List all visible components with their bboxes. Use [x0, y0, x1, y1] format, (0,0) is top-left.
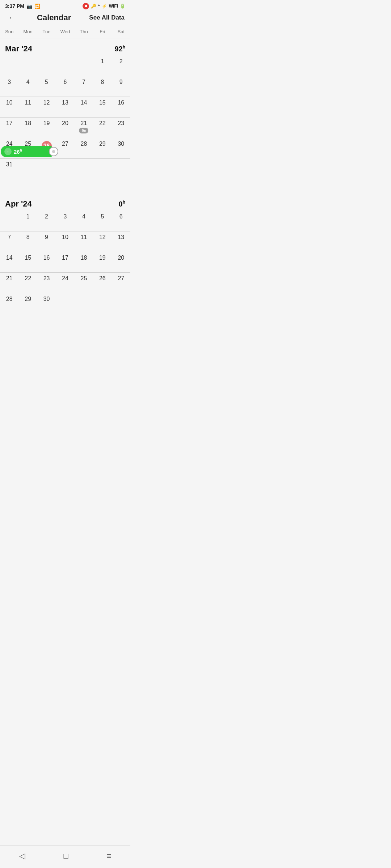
- mar-week-5: 24 25 26 27 28 29 30: [0, 138, 130, 159]
- cal-cell-apr-8[interactable]: 8: [18, 231, 37, 252]
- cal-cell-apr-6[interactable]: 6: [112, 211, 130, 231]
- apr-week-3: 14 15 16 17 18 19 20: [0, 252, 130, 273]
- cal-cell-apr-30[interactable]: 30: [37, 293, 56, 314]
- month-header-apr24: Apr '24 0h: [0, 193, 130, 211]
- cal-cell-mar-17[interactable]: 17: [0, 118, 18, 138]
- cal-cell-empty: [75, 293, 93, 314]
- cal-cell-mar-25[interactable]: 25: [18, 138, 37, 158]
- cal-cell-empty: [93, 159, 112, 179]
- cal-cell-apr-15[interactable]: 15: [18, 252, 37, 272]
- cal-cell-mar-16[interactable]: 16: [112, 97, 130, 117]
- cal-cell-empty[interactable]: [75, 56, 93, 76]
- bolt-icon: ⚡: [102, 4, 107, 9]
- month-header-mar24: Mar '24 92h: [0, 38, 130, 56]
- cal-cell-mar-10[interactable]: 10: [0, 97, 18, 117]
- cal-cell-apr-21[interactable]: 21: [0, 273, 18, 293]
- cal-cell-empty[interactable]: [18, 56, 37, 76]
- cal-cell-apr-4[interactable]: 4: [75, 211, 93, 231]
- cal-cell-apr-29[interactable]: 29: [18, 293, 37, 314]
- cal-cell-mar-19[interactable]: 19: [37, 118, 56, 138]
- cal-cell-apr-25[interactable]: 25: [75, 273, 93, 293]
- cal-cell-mar-20[interactable]: 20: [56, 118, 74, 138]
- cal-cell-mar-14[interactable]: 14: [75, 97, 93, 117]
- cal-cell-mar-4[interactable]: 4: [18, 76, 37, 97]
- cal-cell-mar-24[interactable]: 24: [0, 138, 18, 158]
- cal-cell-apr-19[interactable]: 19: [93, 252, 112, 272]
- cal-cell-apr-13[interactable]: 13: [112, 231, 130, 252]
- cal-cell-empty[interactable]: [0, 56, 18, 76]
- day-header-sat: Sat: [112, 27, 130, 37]
- cal-cell-mar-23[interactable]: 23: [112, 118, 130, 138]
- day-header-fri: Fri: [93, 27, 112, 37]
- cal-cell-empty[interactable]: [56, 56, 74, 76]
- cal-cell-mar-15[interactable]: 15: [93, 97, 112, 117]
- cal-cell-apr-1[interactable]: 1: [18, 211, 37, 231]
- cal-cell-mar-28[interactable]: 28: [75, 138, 93, 158]
- day-header-tue: Tue: [37, 27, 56, 37]
- cal-cell-apr-12[interactable]: 12: [93, 231, 112, 252]
- cal-cell-apr-20[interactable]: 20: [112, 252, 130, 272]
- cal-cell-apr-11[interactable]: 11: [75, 231, 93, 252]
- back-button[interactable]: ←: [6, 13, 19, 22]
- cal-cell-apr-3[interactable]: 3: [56, 211, 74, 231]
- cal-cell-mar-3[interactable]: 3: [0, 76, 18, 97]
- cal-cell-apr-16[interactable]: 16: [37, 252, 56, 272]
- cal-cell-apr-28[interactable]: 28: [0, 293, 18, 314]
- apr-week-5: 28 29 30: [0, 293, 130, 314]
- apr-week-2: 7 8 9 10 11 12 13: [0, 231, 130, 252]
- cal-cell-apr-10[interactable]: 10: [56, 231, 74, 252]
- mar-week-1: 1 2: [0, 56, 130, 76]
- cal-cell-mar-27[interactable]: 27: [56, 138, 74, 158]
- cal-cell-mar-11[interactable]: 11: [18, 97, 37, 117]
- bluetooth-icon: *: [98, 4, 100, 9]
- record-icon: ⏺: [83, 3, 89, 9]
- calendar-scroll[interactable]: Mar '24 92h 1 2 3 4 5 6 7 8 9: [0, 38, 130, 345]
- mirror-icon: 🔁: [34, 4, 40, 9]
- cal-cell-mar-13[interactable]: 13: [56, 97, 74, 117]
- apr-week-4: 21 22 23 24 25 26 27: [0, 273, 130, 293]
- cal-cell-apr-5[interactable]: 5: [93, 211, 112, 231]
- cal-cell-empty[interactable]: [37, 56, 56, 76]
- cal-cell-empty: [56, 293, 74, 314]
- activity-badge-mar21: 9h: [79, 128, 88, 133]
- cal-cell-apr-24[interactable]: 24: [56, 273, 74, 293]
- cal-cell-apr-27[interactable]: 27: [112, 273, 130, 293]
- cal-cell-mar-8[interactable]: 8: [93, 76, 112, 97]
- cal-cell-empty[interactable]: [0, 211, 18, 231]
- cal-cell-mar-31[interactable]: 31: [0, 159, 18, 179]
- cal-cell-mar-6[interactable]: 6: [56, 76, 74, 97]
- month-title-apr24: Apr '24: [5, 199, 32, 209]
- cal-cell-mar-1[interactable]: 1: [93, 56, 112, 76]
- cal-cell-mar-29[interactable]: 29: [93, 138, 112, 158]
- cal-cell-mar-12[interactable]: 12: [37, 97, 56, 117]
- see-all-button[interactable]: See All Data: [89, 14, 125, 21]
- cal-cell-mar-26[interactable]: 26: [37, 138, 56, 158]
- cal-cell-apr-18[interactable]: 18: [75, 252, 93, 272]
- month-title-mar24: Mar '24: [5, 44, 32, 54]
- cal-cell-apr-9[interactable]: 9: [37, 231, 56, 252]
- cal-cell-apr-17[interactable]: 17: [56, 252, 74, 272]
- cal-cell-apr-23[interactable]: 23: [37, 273, 56, 293]
- cal-cell-mar-30[interactable]: 30: [112, 138, 130, 158]
- day-header-sun: Sun: [0, 27, 18, 37]
- mar-week-6: 31: [0, 159, 130, 179]
- cal-cell-mar-2[interactable]: 2: [112, 56, 130, 76]
- cal-cell-mar-18[interactable]: 18: [18, 118, 37, 138]
- cal-cell-apr-14[interactable]: 14: [0, 252, 18, 272]
- cal-cell-apr-7[interactable]: 7: [0, 231, 18, 252]
- cal-cell-apr-2[interactable]: 2: [37, 211, 56, 231]
- cal-cell-empty: [18, 159, 37, 179]
- month-total-apr24: 0h: [119, 200, 125, 208]
- month-apr24: Apr '24 0h 1 2 3 4 5 6 7 8 9 10 11 12 13…: [0, 193, 130, 319]
- cal-cell-mar-22[interactable]: 22: [93, 118, 112, 138]
- cal-cell-empty: [112, 293, 130, 314]
- cal-cell-mar-5[interactable]: 5: [37, 76, 56, 97]
- cal-cell-mar-9[interactable]: 9: [112, 76, 130, 97]
- cal-cell-empty: [75, 159, 93, 179]
- day-header-wed: Wed: [56, 27, 74, 37]
- cal-cell-mar-7[interactable]: 7: [75, 76, 93, 97]
- cal-cell-apr-26[interactable]: 26: [93, 273, 112, 293]
- cal-cell-apr-22[interactable]: 22: [18, 273, 37, 293]
- status-left: 3:37 PM 📷 🔁: [5, 3, 40, 9]
- cal-cell-mar-21[interactable]: 21 9h: [75, 118, 93, 138]
